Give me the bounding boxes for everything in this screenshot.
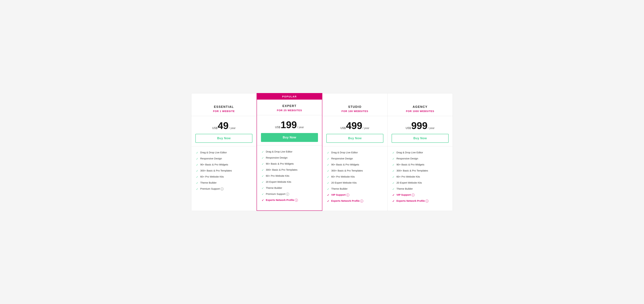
plan-col-expert: POPULAR EXPERT FOR 25 WEBSITES US$ 199 /… xyxy=(256,93,322,211)
feature-text-expert-8: Experts Network Profilei xyxy=(266,199,298,202)
pricing-table: ESSENTIAL FOR 1 WEBSITE US$ 49 / year Bu… xyxy=(191,93,453,211)
buy-button-essential[interactable]: Buy Now xyxy=(196,134,252,143)
plan-pricing-studio: US$ 499 / year Buy Now xyxy=(322,116,388,146)
buy-button-expert[interactable]: Buy Now xyxy=(261,133,318,142)
plan-pricing-expert: US$ 199 / year Buy Now xyxy=(257,115,322,145)
check-icon-studio-4: ✓ xyxy=(327,175,329,179)
price-amount-essential: 49 xyxy=(218,121,228,130)
feature-text-agency-6: Theme Builder xyxy=(396,187,413,190)
feature-text-essential-0: Drag & Drop Live Editor xyxy=(200,151,227,154)
plan-features-agency: ✓ Drag & Drop Live Editor ✓ Responsive D… xyxy=(388,146,453,211)
plan-subtitle-essential: FOR 1 WEBSITE xyxy=(196,110,252,112)
feature-text-essential-4: 60+ Pro Website Kits xyxy=(200,175,224,178)
check-icon-expert-8: ✓ xyxy=(262,199,264,202)
plan-header-essential: ESSENTIAL FOR 1 WEBSITE xyxy=(191,100,256,116)
feature-text-essential-2: 90+ Basic & Pro Widgets xyxy=(200,163,228,166)
feature-text-expert-0: Drag & Drop Live Editor xyxy=(266,150,292,153)
feature-item-expert-4: ✓ 60+ Pro Website Kits xyxy=(262,174,317,178)
info-icon-essential-6[interactable]: i xyxy=(220,188,224,191)
info-icon-expert-8[interactable]: i xyxy=(295,199,298,202)
info-icon-studio-8[interactable]: i xyxy=(360,200,363,203)
feature-item-studio-5: ✓ 20 Expert Website Kits xyxy=(327,181,383,185)
feature-item-studio-7: ✓ VIP Supporti xyxy=(327,193,383,197)
plan-features-essential: ✓ Drag & Drop Live Editor ✓ Responsive D… xyxy=(191,146,256,199)
feature-item-agency-3: ✓ 300+ Basic & Pro Templates xyxy=(392,169,448,173)
plan-col-agency: AGENCY FOR 1000 WEBSITES US$ 999 / year … xyxy=(388,93,453,211)
check-icon-agency-3: ✓ xyxy=(392,169,394,173)
plan-pricing-essential: US$ 49 / year Buy Now xyxy=(191,116,256,146)
feature-item-essential-2: ✓ 90+ Basic & Pro Widgets xyxy=(196,163,252,167)
popular-spacer xyxy=(191,93,256,100)
check-icon-studio-2: ✓ xyxy=(327,163,329,167)
plan-header-studio: STUDIO FOR 100 WEBSITES xyxy=(322,100,388,116)
check-icon-agency-1: ✓ xyxy=(392,157,394,161)
check-icon-expert-2: ✓ xyxy=(262,163,264,166)
feature-text-expert-5: 20 Expert Website Kits xyxy=(266,180,291,183)
check-icon-studio-1: ✓ xyxy=(327,157,329,161)
feature-item-studio-4: ✓ 60+ Pro Website Kits xyxy=(327,175,383,179)
feature-text-studio-4: 60+ Pro Website Kits xyxy=(331,175,355,178)
plan-features-studio: ✓ Drag & Drop Live Editor ✓ Responsive D… xyxy=(322,146,388,211)
check-icon-agency-8: ✓ xyxy=(392,200,394,203)
feature-text-essential-6: Premium Supporti xyxy=(200,187,224,191)
check-icon-essential-6: ✓ xyxy=(196,188,198,191)
check-icon-agency-5: ✓ xyxy=(392,181,394,185)
feature-item-essential-6: ✓ Premium Supporti xyxy=(196,187,252,191)
plan-col-studio: STUDIO FOR 100 WEBSITES US$ 499 / year B… xyxy=(322,93,388,211)
feature-text-studio-8: Experts Network Profilei xyxy=(331,199,363,203)
price-amount-agency: 999 xyxy=(411,121,428,130)
price-period-studio: / year xyxy=(362,127,369,130)
price-currency-expert: US$ xyxy=(275,126,280,129)
price-currency-essential: US$ xyxy=(212,127,217,130)
check-icon-expert-4: ✓ xyxy=(262,175,264,178)
plan-pricing-agency: US$ 999 / year Buy Now xyxy=(388,116,453,146)
check-icon-expert-7: ✓ xyxy=(262,193,264,196)
plan-subtitle-expert: FOR 25 WEBSITES xyxy=(261,109,318,112)
plan-col-essential: ESSENTIAL FOR 1 WEBSITE US$ 49 / year Bu… xyxy=(191,93,256,211)
check-icon-expert-5: ✓ xyxy=(262,181,264,184)
feature-text-agency-0: Drag & Drop Live Editor xyxy=(396,151,423,154)
feature-text-studio-5: 20 Expert Website Kits xyxy=(331,181,356,184)
check-icon-agency-7: ✓ xyxy=(392,194,394,197)
check-icon-essential-0: ✓ xyxy=(196,151,198,154)
plan-subtitle-agency: FOR 1000 WEBSITES xyxy=(392,110,448,112)
feature-text-studio-2: 90+ Basic & Pro Widgets xyxy=(331,163,359,166)
check-icon-studio-0: ✓ xyxy=(327,151,329,154)
check-icon-agency-0: ✓ xyxy=(392,151,394,154)
feature-item-expert-7: ✓ Premium Supporti xyxy=(262,193,317,196)
feature-text-studio-7: VIP Supporti xyxy=(331,193,349,197)
feature-item-studio-0: ✓ Drag & Drop Live Editor xyxy=(327,151,383,154)
check-icon-agency-4: ✓ xyxy=(392,175,394,179)
plan-header-expert: EXPERT FOR 25 WEBSITES xyxy=(257,100,322,115)
feature-item-essential-5: ✓ Theme Builder xyxy=(196,181,252,185)
plan-name-studio: STUDIO xyxy=(326,105,384,109)
price-period-agency: / year xyxy=(428,127,434,130)
price-row-studio: US$ 499 / year xyxy=(326,121,384,130)
info-icon-studio-7[interactable]: i xyxy=(346,194,349,197)
feature-text-agency-2: 90+ Basic & Pro Widgets xyxy=(396,163,424,166)
buy-button-agency[interactable]: Buy Now xyxy=(392,134,448,143)
price-amount-studio: 499 xyxy=(346,121,362,130)
plan-subtitle-studio: FOR 100 WEBSITES xyxy=(326,110,384,112)
feature-item-agency-0: ✓ Drag & Drop Live Editor xyxy=(392,151,448,154)
feature-text-expert-6: Theme Builder xyxy=(266,186,282,189)
check-icon-essential-2: ✓ xyxy=(196,163,198,167)
feature-text-studio-0: Drag & Drop Live Editor xyxy=(331,151,358,154)
feature-text-studio-1: Responsive Design xyxy=(331,157,353,160)
feature-item-agency-6: ✓ Theme Builder xyxy=(392,187,448,191)
info-icon-expert-7[interactable]: i xyxy=(286,193,289,196)
price-period-essential: / year xyxy=(229,127,236,130)
feature-item-agency-4: ✓ 60+ Pro Website Kits xyxy=(392,175,448,179)
feature-item-essential-4: ✓ 60+ Pro Website Kits xyxy=(196,175,252,179)
info-icon-agency-8[interactable]: i xyxy=(426,200,428,203)
check-icon-expert-6: ✓ xyxy=(262,187,264,190)
check-icon-essential-5: ✓ xyxy=(196,181,198,185)
feature-text-expert-4: 60+ Pro Website Kits xyxy=(266,174,289,177)
plan-name-agency: AGENCY xyxy=(392,105,448,109)
feature-item-expert-3: ✓ 300+ Basic & Pro Templates xyxy=(262,168,317,172)
buy-button-studio[interactable]: Buy Now xyxy=(326,134,384,143)
feature-item-expert-0: ✓ Drag & Drop Live Editor xyxy=(262,150,317,154)
info-icon-agency-7[interactable]: i xyxy=(412,194,414,197)
popular-badge: POPULAR xyxy=(257,93,322,100)
popular-spacer xyxy=(388,93,453,100)
